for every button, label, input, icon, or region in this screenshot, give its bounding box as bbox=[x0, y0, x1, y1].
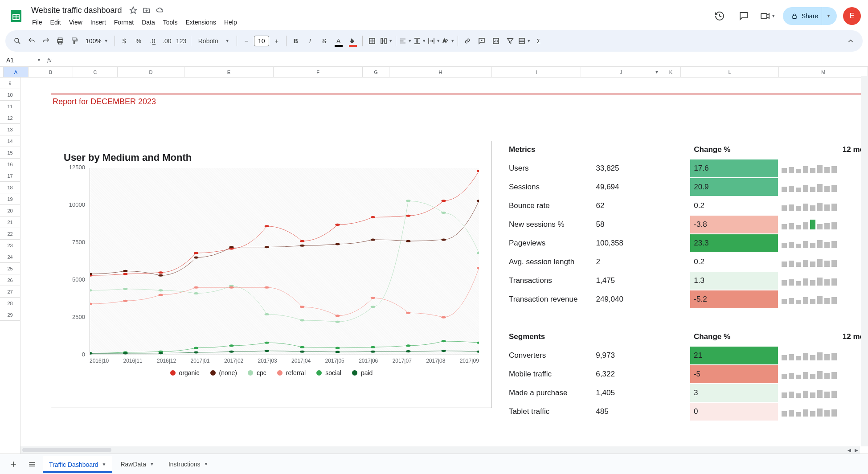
column-header-M[interactable]: M bbox=[779, 67, 868, 77]
format-number-icon[interactable]: 123 bbox=[175, 34, 188, 48]
comment-icon[interactable] bbox=[735, 7, 753, 25]
filter-icon[interactable] bbox=[504, 34, 517, 48]
fill-color-icon[interactable] bbox=[346, 34, 360, 48]
menu-data[interactable]: Data bbox=[138, 17, 159, 28]
row-header-21[interactable]: 21 bbox=[0, 217, 20, 228]
menu-tools[interactable]: Tools bbox=[160, 17, 181, 28]
metrics-row[interactable]: Users33,82517.6 bbox=[506, 159, 867, 177]
meet-icon[interactable]: ▼ bbox=[759, 7, 777, 25]
column-header-J[interactable]: J▼ bbox=[581, 67, 661, 77]
menu-file[interactable]: File bbox=[29, 17, 46, 28]
decrease-decimal-icon[interactable]: .0̲ bbox=[146, 34, 160, 48]
decrease-font-icon[interactable]: − bbox=[240, 34, 253, 48]
column-header-K[interactable]: K bbox=[661, 67, 681, 77]
segments-row[interactable]: Made a purchase1,4053 bbox=[506, 384, 867, 402]
segments-row[interactable]: Mobile traffic6,322-5 bbox=[506, 365, 867, 383]
menu-format[interactable]: Format bbox=[111, 17, 137, 28]
sheet-tab-traffic-dashboard[interactable]: Traffic Dashboard▼ bbox=[43, 456, 112, 473]
filter-views-icon[interactable]: ▼ bbox=[518, 34, 531, 48]
row-header-14[interactable]: 14 bbox=[0, 135, 20, 147]
move-icon[interactable] bbox=[142, 6, 151, 15]
wrap-icon[interactable]: ▼ bbox=[427, 34, 441, 48]
row-header-17[interactable]: 17 bbox=[0, 170, 20, 182]
column-header-H[interactable]: H bbox=[389, 67, 492, 77]
row-header-28[interactable]: 28 bbox=[0, 298, 20, 309]
cloud-icon[interactable] bbox=[156, 6, 164, 15]
rotate-icon[interactable]: A▼ bbox=[442, 34, 455, 48]
all-sheets-icon[interactable] bbox=[24, 456, 40, 472]
row-header-10[interactable]: 10 bbox=[0, 89, 20, 101]
italic-icon[interactable]: I bbox=[303, 34, 317, 48]
star-icon[interactable] bbox=[129, 6, 138, 15]
scroll-left-icon[interactable]: ◀ bbox=[846, 446, 853, 454]
segments-row[interactable]: Tablet traffic4850 bbox=[506, 403, 867, 421]
sheet-tab-instructions[interactable]: Instructions▼ bbox=[162, 456, 215, 473]
chart-user-by-medium[interactable]: User by Medium and Month 025005000750010… bbox=[51, 141, 492, 408]
strikethrough-icon[interactable]: S bbox=[318, 34, 331, 48]
scroll-right-icon[interactable]: ▶ bbox=[853, 446, 860, 454]
metrics-row[interactable]: Pageviews100,35823.3 bbox=[506, 234, 867, 252]
bold-icon[interactable]: B bbox=[289, 34, 303, 48]
row-header-11[interactable]: 11 bbox=[0, 101, 20, 112]
row-header-13[interactable]: 13 bbox=[0, 124, 20, 135]
metrics-row[interactable]: Avg. session length20.2 bbox=[506, 253, 867, 271]
halign-icon[interactable]: ▼ bbox=[399, 34, 412, 48]
share-button[interactable]: Share ▼ bbox=[783, 7, 837, 25]
print-icon[interactable] bbox=[53, 34, 67, 48]
menu-help[interactable]: Help bbox=[221, 17, 241, 28]
row-header-19[interactable]: 19 bbox=[0, 193, 20, 205]
column-header-G[interactable]: G bbox=[363, 67, 389, 77]
column-header-L[interactable]: L bbox=[681, 67, 779, 77]
text-color-icon[interactable]: A bbox=[332, 34, 345, 48]
currency-icon[interactable]: $ bbox=[118, 34, 131, 48]
insert-chart-icon[interactable] bbox=[489, 34, 503, 48]
functions-icon[interactable]: Σ bbox=[532, 34, 545, 48]
row-header-26[interactable]: 26 bbox=[0, 274, 20, 286]
row-header-22[interactable]: 22 bbox=[0, 228, 20, 240]
metrics-row[interactable]: Bounce rate620.2 bbox=[506, 197, 867, 215]
account-avatar[interactable]: E bbox=[843, 7, 861, 25]
vertical-scrollbar[interactable] bbox=[861, 76, 868, 446]
document-title[interactable]: Website traffic dashboard bbox=[29, 5, 124, 16]
add-sheet-icon[interactable] bbox=[5, 456, 21, 472]
metrics-row[interactable]: New sessions %58-3.8 bbox=[506, 216, 867, 233]
column-header-B[interactable]: B bbox=[29, 67, 73, 77]
row-header-16[interactable]: 16 bbox=[0, 159, 20, 170]
row-header-23[interactable]: 23 bbox=[0, 240, 20, 251]
row-header-15[interactable]: 15 bbox=[0, 147, 20, 159]
metrics-row[interactable]: Transactions1,4751.3 bbox=[506, 272, 867, 290]
borders-icon[interactable] bbox=[365, 34, 379, 48]
insert-comment-icon[interactable] bbox=[475, 34, 488, 48]
row-header-20[interactable]: 20 bbox=[0, 205, 20, 217]
metrics-row[interactable]: Transaction revenue249,040-5.2 bbox=[506, 290, 867, 308]
collapse-toolbar-icon[interactable] bbox=[844, 34, 857, 48]
increase-decimal-icon[interactable]: .00 bbox=[160, 34, 174, 48]
menu-view[interactable]: View bbox=[66, 17, 86, 28]
column-header-F[interactable]: F bbox=[274, 67, 363, 77]
row-header-27[interactable]: 27 bbox=[0, 286, 20, 298]
merge-icon[interactable]: ▼ bbox=[380, 34, 393, 48]
menu-insert[interactable]: Insert bbox=[87, 17, 110, 28]
history-icon[interactable] bbox=[711, 7, 729, 25]
font-size-input[interactable] bbox=[254, 36, 269, 46]
zoom-select[interactable]: 100%▼ bbox=[82, 37, 112, 45]
valign-icon[interactable]: ▼ bbox=[413, 34, 426, 48]
row-header-25[interactable]: 25 bbox=[0, 263, 20, 274]
column-header-D[interactable]: D bbox=[118, 67, 184, 77]
row-header-18[interactable]: 18 bbox=[0, 182, 20, 193]
column-header-E[interactable]: E bbox=[184, 67, 274, 77]
search-icon[interactable] bbox=[11, 34, 24, 48]
percent-icon[interactable]: % bbox=[132, 34, 145, 48]
column-header-C[interactable]: C bbox=[73, 67, 118, 77]
metrics-row[interactable]: Sessions49,69420.9 bbox=[506, 178, 867, 196]
horizontal-scrollbar[interactable]: ◀ ▶ bbox=[20, 446, 860, 454]
redo-icon[interactable] bbox=[39, 34, 53, 48]
menu-extensions[interactable]: Extensions bbox=[182, 17, 219, 28]
paint-format-icon[interactable] bbox=[68, 34, 81, 48]
column-header-A[interactable]: A bbox=[4, 67, 29, 77]
name-box[interactable]: A1▼ bbox=[4, 56, 44, 65]
font-select[interactable]: Roboto▼ bbox=[194, 34, 234, 48]
formula-input[interactable] bbox=[55, 57, 864, 64]
segments-row[interactable]: Converters9,97321 bbox=[506, 347, 867, 364]
increase-font-icon[interactable]: + bbox=[270, 34, 283, 48]
